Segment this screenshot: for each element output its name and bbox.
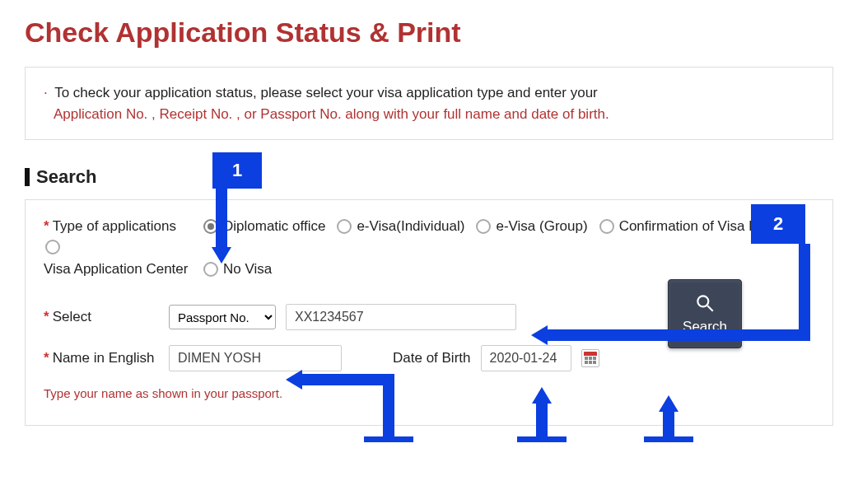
callout-arrow: [536, 403, 548, 439]
callout-flag-5: 5: [644, 436, 693, 442]
section-header-text: Search: [36, 166, 96, 188]
name-label: Name in English: [53, 350, 155, 366]
callout-arrowhead-icon: [531, 325, 548, 345]
dob-input[interactable]: [481, 345, 571, 371]
calendar-icon[interactable]: [581, 349, 599, 367]
callout-arrowhead-icon: [532, 387, 552, 404]
callout-flag-1: 1: [212, 152, 262, 189]
svg-point-0: [697, 296, 708, 306]
radio-icon: [337, 219, 352, 234]
callout-arrowhead-icon: [659, 395, 678, 412]
info-line1: To check your application status, please…: [54, 85, 598, 100]
info-box: · To check your application status, plea…: [25, 67, 833, 140]
radio-label: e-Visa (Group): [496, 218, 587, 235]
info-line2: Application No. , Receipt No. , or Passp…: [44, 104, 814, 125]
callout-arrowhead-icon: [212, 247, 231, 264]
callout-arrow: [799, 244, 810, 341]
dob-label: Date of Birth: [393, 350, 471, 366]
callout-arrowhead-icon: [286, 370, 302, 390]
callout-flag-4: 4: [517, 436, 567, 442]
section-header: Search: [25, 166, 833, 188]
select-label: Select: [53, 309, 91, 325]
identifier-input[interactable]: [286, 304, 516, 330]
identifier-type-select[interactable]: Passport No.: [169, 305, 276, 329]
section-bar-icon: [25, 168, 30, 186]
name-input[interactable]: [169, 345, 342, 371]
vac-label: Visa Application Center: [44, 261, 188, 277]
required-icon: *: [44, 350, 49, 366]
callout-arrow: [663, 411, 674, 439]
svg-line-1: [707, 306, 713, 311]
radio-icon: [599, 219, 614, 234]
type-label: Type of applications: [53, 218, 176, 235]
required-icon: *: [44, 218, 49, 235]
radio-icon: [45, 240, 60, 254]
required-icon: *: [44, 309, 49, 325]
radio-evisa-individual[interactable]: e-Visa(Individual): [337, 218, 464, 235]
radio-icon: [476, 219, 491, 234]
page-title: Check Application Status & Print: [25, 16, 833, 49]
callout-arrow: [547, 329, 810, 341]
bullet-icon: ·: [44, 85, 48, 100]
search-icon: [694, 292, 716, 314]
radio-label: No Visa: [223, 261, 272, 278]
name-hint: Type your name as shown in your passport…: [44, 386, 814, 400]
search-form: * Type of applications Diplomatic office…: [25, 199, 833, 426]
radio-blank[interactable]: [45, 240, 60, 254]
radio-label: Diplomatic office: [223, 218, 325, 235]
radio-label: e-Visa(Individual): [357, 218, 464, 235]
radio-no-visa[interactable]: No Visa: [203, 261, 272, 278]
callout-flag-2: 2: [751, 204, 805, 244]
radio-evisa-group[interactable]: e-Visa (Group): [476, 218, 587, 235]
callout-arrow: [216, 189, 227, 250]
radio-icon: [203, 262, 218, 277]
callout-arrow: [301, 374, 392, 385]
callout-flag-3: 3: [364, 436, 413, 442]
